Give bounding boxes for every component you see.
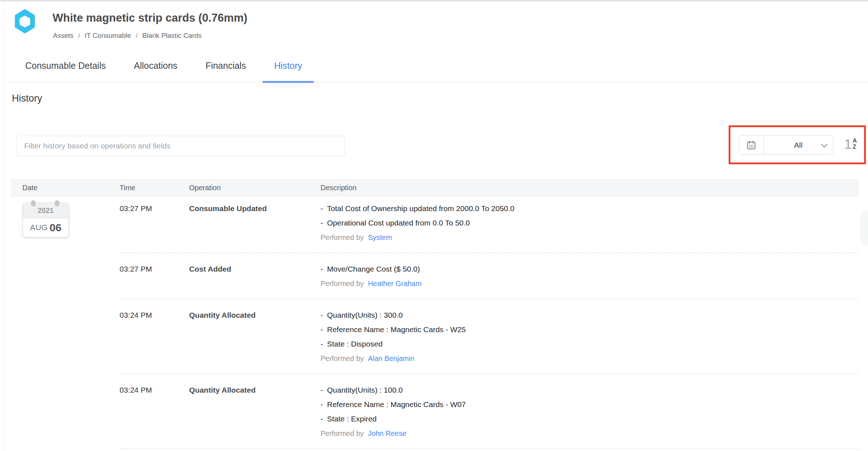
tab-consumable-details[interactable]: Consumable Details [25, 61, 106, 83]
date-card-month: AUG [30, 223, 48, 232]
tab-financials[interactable]: Financials [206, 61, 246, 83]
bullet: - [321, 262, 323, 276]
date-card: 2021 AUG 06 [23, 203, 69, 237]
tab-bar: Consumable Details Allocations Financial… [25, 61, 302, 83]
breadcrumb-item-assets[interactable]: Assets [53, 32, 73, 40]
window-top-border [0, 0, 868, 1]
row-operation: Cost Added [189, 262, 321, 291]
breadcrumb-item-it-consumable[interactable]: IT Consumable [85, 32, 131, 40]
history-table: Date Time Operation Description 2021 AUG… [11, 179, 859, 449]
detail-line: - State : Disposed [321, 337, 859, 351]
column-header-time: Time [120, 184, 189, 192]
tab-allocations[interactable]: Allocations [134, 61, 178, 83]
breadcrumb: Assets / IT Consumable / Blank Plastic C… [53, 32, 202, 40]
row-operation: Consumable Updated [189, 201, 321, 245]
sort-numeric-alpha-icon: 1 [844, 137, 852, 152]
tab-bar-divider [4, 82, 868, 82]
performed-by-link[interactable]: John Reese [368, 429, 407, 437]
highlight-annotation-box: All 1 A Z [729, 125, 866, 164]
calendar-pin-icon [31, 200, 36, 206]
row-operation: Quantity Allocated [189, 308, 321, 366]
breadcrumb-separator: / [78, 32, 80, 40]
bullet: - [321, 337, 323, 351]
calendar-button[interactable] [739, 136, 764, 154]
calendar-pin-icon [55, 200, 59, 206]
history-row: 03:24 PM Quantity Allocated - Quantity(U… [120, 299, 859, 374]
row-description: - Move/Change Cost ($ 50.0) Performed by… [321, 262, 859, 291]
history-page: White magnetic strip cards (0.76mm) Asse… [0, 0, 868, 451]
page-title: White magnetic strip cards (0.76mm) [53, 12, 247, 24]
column-header-operation: Operation [189, 184, 321, 192]
row-description: - Quantity(Units) : 100.0 - Reference Na… [321, 383, 859, 441]
calendar-icon [746, 140, 756, 150]
performed-by: Performed by Heather Graham [321, 276, 859, 291]
breadcrumb-separator: / [136, 32, 138, 40]
tab-history[interactable]: History [274, 61, 302, 83]
breadcrumb-item-blank-plastic-cards[interactable]: Blank Plastic Cards [142, 32, 202, 40]
section-title-history: History [12, 93, 42, 104]
date-range-control: All [739, 135, 833, 155]
bullet: - [321, 397, 323, 412]
operation-filter-dropdown[interactable]: All [764, 136, 833, 154]
chevron-down-icon [821, 141, 827, 147]
row-description: - Quantity(Units) : 300.0 - Reference Na… [321, 308, 859, 366]
performed-by-link[interactable]: Heather Graham [368, 280, 422, 287]
bullet: - [321, 383, 323, 397]
date-group-column: 2021 AUG 06 [11, 196, 120, 449]
bullet: - [321, 322, 323, 337]
operation-filter-value: All [794, 141, 802, 149]
history-row: 03:27 PM Consumable Updated - Total Cost… [120, 196, 859, 253]
detail-line: - Total Cost of Ownership updated from 2… [321, 201, 859, 216]
sort-button[interactable]: 1 A Z [844, 137, 857, 152]
detail-line: - Quantity(Units) : 300.0 [321, 308, 859, 322]
bullet: - [321, 201, 323, 216]
history-row: 03:24 PM Quantity Allocated - Quantity(U… [120, 374, 859, 449]
history-filter-input[interactable] [17, 136, 345, 156]
detail-line: - Quantity(Units) : 100.0 [321, 383, 859, 397]
performed-by: Performed by Alan Benjamin [321, 351, 859, 366]
bullet: - [321, 216, 323, 230]
consumable-cube-icon [14, 9, 36, 34]
row-time: 03:27 PM [120, 262, 189, 291]
detail-line: - Reference Name : Magnetic Cards - W25 [321, 322, 859, 337]
date-card-day: 06 [49, 222, 61, 234]
performed-by-link[interactable]: Alan Benjamin [368, 354, 415, 362]
detail-line: - Operational Cost updated from 0.0 To 5… [321, 216, 859, 230]
scroll-edge-hint [860, 211, 868, 245]
detail-line: - Reference Name : Magnetic Cards - W07 [321, 397, 859, 412]
table-header-row: Date Time Operation Description [11, 179, 859, 196]
performed-by-link[interactable]: System [368, 233, 392, 241]
panel-left-border [3, 1, 4, 451]
detail-line: - Move/Change Cost ($ 50.0) [321, 262, 859, 276]
row-operation: Quantity Allocated [189, 383, 321, 441]
sort-az-icon: A Z [853, 138, 857, 150]
column-header-date: Date [11, 184, 120, 192]
date-card-year: 2021 [23, 203, 68, 218]
row-time: 03:27 PM [120, 201, 189, 245]
performed-by: Performed by System [321, 230, 859, 245]
column-header-description: Description [321, 184, 859, 192]
history-row: 03:27 PM Cost Added - Move/Change Cost (… [120, 253, 859, 299]
row-time: 03:24 PM [120, 308, 189, 366]
table-body: 2021 AUG 06 03:27 PM Consumable Updated … [11, 196, 859, 449]
bullet: - [321, 412, 323, 426]
row-time: 03:24 PM [120, 383, 189, 441]
performed-by: Performed by John Reese [321, 426, 859, 441]
date-card-month-day: AUG 06 [23, 218, 68, 237]
row-description: - Total Cost of Ownership updated from 2… [321, 201, 859, 245]
history-rows: 03:27 PM Consumable Updated - Total Cost… [120, 196, 859, 449]
detail-line: - State : Expired [321, 412, 859, 426]
bullet: - [321, 308, 323, 322]
